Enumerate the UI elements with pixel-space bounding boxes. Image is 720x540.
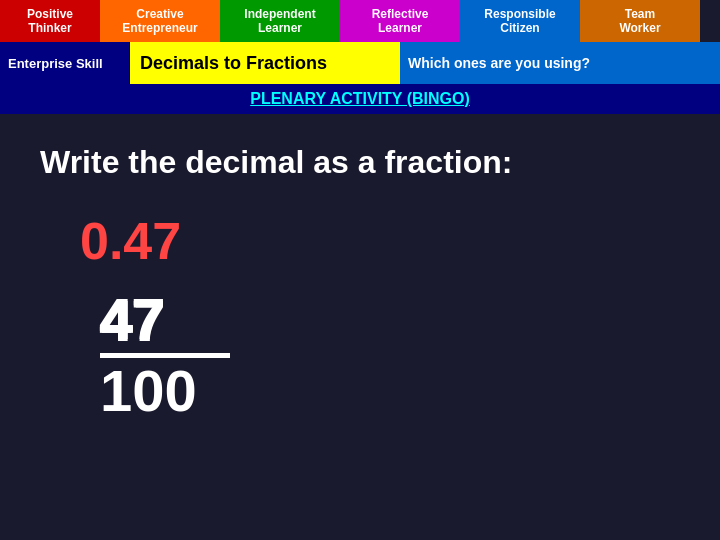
independent-learner-button[interactable]: Independent Learner	[220, 0, 340, 42]
main-content: Write the decimal as a fraction: 0.47 47…	[0, 114, 720, 440]
responsible-citizen-button[interactable]: Responsible Citizen	[460, 0, 580, 42]
creative-entrepreneur-button[interactable]: Creative Entrepreneur	[100, 0, 220, 42]
decimal-value: 0.47	[40, 211, 680, 271]
plenary-bar: PLENARY ACTIVITY (BINGO)	[0, 84, 720, 114]
instruction-text: Write the decimal as a fraction:	[40, 144, 680, 181]
denominator-value: 100	[100, 362, 197, 420]
decimals-title: Decimals to Fractions	[130, 42, 400, 84]
top-bar: Positive Thinker Creative Entrepreneur I…	[0, 0, 720, 42]
numerator-value: 47	[100, 291, 165, 349]
reflective-learner-button[interactable]: Reflective Learner	[340, 0, 460, 42]
team-worker-button[interactable]: Team Worker	[580, 0, 700, 42]
fraction-display: 47 100	[40, 291, 680, 420]
enterprise-skill-label: Enterprise Skill	[0, 42, 130, 84]
which-ones-label: Which ones are you using?	[400, 42, 720, 84]
positive-thinker-button[interactable]: Positive Thinker	[0, 0, 100, 42]
second-bar: Enterprise Skill Decimals to Fractions W…	[0, 42, 720, 84]
